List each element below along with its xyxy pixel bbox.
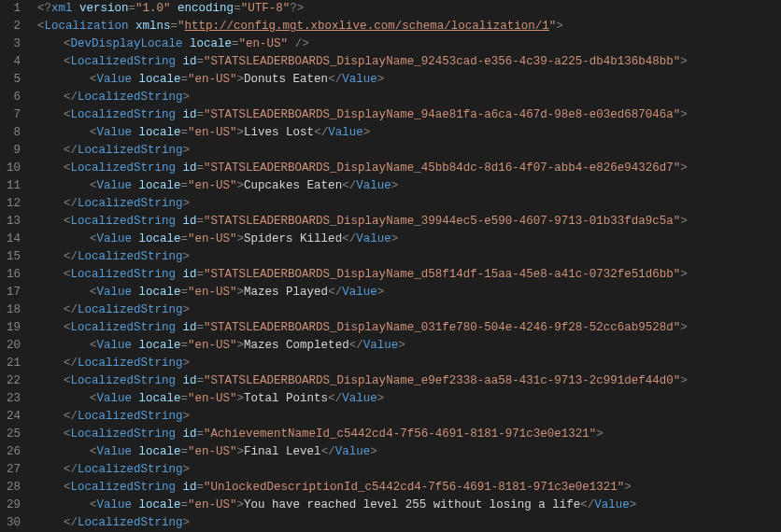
line-number: 28 (6, 479, 21, 497)
code-editor[interactable]: 1234567891011121314151617181920212223242… (0, 0, 781, 532)
code-line[interactable]: <Value locale="en-US">You have reached l… (37, 497, 781, 514)
line-number: 18 (6, 301, 21, 319)
code-line[interactable]: <Value locale="en-US">Mazes Played</Valu… (37, 284, 781, 301)
code-line[interactable]: </LocalizedString> (37, 142, 781, 160)
code-line[interactable]: </LocalizedString> (37, 195, 781, 213)
line-number: 11 (6, 177, 21, 195)
code-line[interactable]: <LocalizedString id="STATSLEADERBOARDS_D… (37, 213, 781, 231)
code-line[interactable]: </LocalizedString> (37, 355, 781, 372)
code-line[interactable]: <Value locale="en-US">Lives Lost</Value> (37, 124, 781, 142)
line-number: 16 (6, 266, 21, 284)
code-line[interactable]: <Value locale="en-US">Total Points</Valu… (37, 390, 781, 408)
code-line[interactable]: <LocalizedString id="AchievementNameId_c… (37, 426, 781, 443)
code-line[interactable]: <LocalizedString id="STATSLEADERBOARDS_D… (37, 53, 781, 71)
line-number: 20 (6, 337, 21, 355)
line-number: 5 (6, 71, 21, 89)
line-number: 10 (6, 160, 21, 177)
line-number: 26 (6, 443, 21, 461)
code-line[interactable]: <Value locale="en-US">Donuts Eaten</Valu… (37, 71, 781, 89)
line-number: 17 (6, 284, 21, 301)
line-number: 29 (6, 497, 21, 514)
line-number: 2 (6, 18, 21, 35)
code-line[interactable]: <LocalizedString id="UnlockedDescription… (37, 479, 781, 497)
code-line[interactable]: </LocalizedString> (37, 248, 781, 266)
line-number: 3 (6, 35, 21, 53)
code-line[interactable]: <Value locale="en-US">Mazes Completed</V… (37, 337, 781, 355)
code-line[interactable]: <Value locale="en-US">Spiders Killed</Va… (37, 231, 781, 248)
code-line[interactable]: <DevDisplayLocale locale="en-US" /> (37, 35, 781, 53)
code-line[interactable]: </LocalizedString> (37, 408, 781, 426)
line-number: 27 (6, 461, 21, 479)
line-number: 22 (6, 372, 21, 390)
code-line[interactable]: </LocalizedString> (37, 461, 781, 479)
line-number: 13 (6, 213, 21, 231)
line-number: 25 (6, 426, 21, 443)
line-number: 1 (6, 0, 21, 18)
code-line[interactable]: <Value locale="en-US">Final Level</Value… (37, 443, 781, 461)
code-line[interactable]: <?xml version="1.0" encoding="UTF-8"?> (37, 0, 781, 18)
code-area[interactable]: <?xml version="1.0" encoding="UTF-8"?><L… (34, 0, 781, 532)
code-line[interactable]: <LocalizedString id="STATSLEADERBOARDS_D… (37, 106, 781, 124)
line-number: 9 (6, 142, 21, 160)
line-number: 23 (6, 390, 21, 408)
code-line[interactable]: <LocalizedString id="STATSLEADERBOARDS_D… (37, 160, 781, 177)
line-number: 8 (6, 124, 21, 142)
code-line[interactable]: </LocalizedString> (37, 89, 781, 106)
line-number: 24 (6, 408, 21, 426)
code-line[interactable]: </LocalizedString> (37, 514, 781, 532)
code-line[interactable]: <LocalizedString id="STATSLEADERBOARDS_D… (37, 319, 781, 337)
line-number: 12 (6, 195, 21, 213)
line-number: 4 (6, 53, 21, 71)
line-number: 6 (6, 89, 21, 106)
code-line[interactable]: </LocalizedString> (37, 301, 781, 319)
code-line[interactable]: <Localization xmlns="http://config.mgt.x… (37, 18, 781, 35)
line-number: 21 (6, 355, 21, 372)
line-number: 30 (6, 514, 21, 532)
line-number: 7 (6, 106, 21, 124)
code-line[interactable]: <LocalizedString id="STATSLEADERBOARDS_D… (37, 372, 781, 390)
code-line[interactable]: <Value locale="en-US">Cupcakes Eaten</Va… (37, 177, 781, 195)
code-line[interactable]: <LocalizedString id="STATSLEADERBOARDS_D… (37, 266, 781, 284)
line-number: 15 (6, 248, 21, 266)
line-number: 14 (6, 231, 21, 248)
line-number: 19 (6, 319, 21, 337)
line-number-gutter: 1234567891011121314151617181920212223242… (0, 0, 34, 532)
